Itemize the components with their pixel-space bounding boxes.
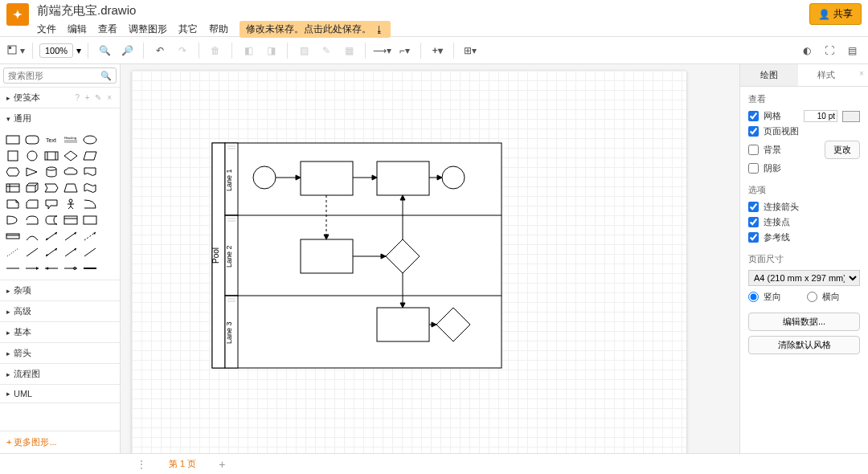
change-background-button[interactable]: 更改 [825,141,860,159]
shape-line3[interactable] [82,246,98,259]
to-front-button[interactable]: ◧ [239,41,258,60]
shape-arrow[interactable] [63,230,79,243]
filename[interactable]: 前端充电宝.drawio [37,3,809,18]
background-checkbox[interactable] [748,145,759,155]
shape-hexagon[interactable] [5,165,21,178]
diagram[interactable]: Pool Lane 1 Lane 2 Lane 3 [132,71,686,453]
fill-color-button[interactable]: ▨ [294,41,313,60]
shape-line2[interactable] [24,246,40,259]
zoom-out-button[interactable]: 🔎 [117,41,137,60]
search-input[interactable] [3,67,117,84]
landscape-radio[interactable] [807,292,817,302]
clear-style-button[interactable]: 清除默认风格 [748,336,860,354]
table-button[interactable]: ⊞▾ [461,41,480,60]
shape-note[interactable] [5,198,21,210]
shape-document[interactable] [82,165,98,178]
insert-button[interactable]: +▾ [428,41,447,60]
page-menu-button[interactable]: ⋮ [129,456,154,473]
canvas-page[interactable]: Pool Lane 1 Lane 2 Lane 3 [132,71,686,453]
arrows-header[interactable]: ▸箭头 [0,343,120,363]
close-panel-icon[interactable]: × [855,64,868,86]
shape-link5[interactable] [82,262,98,275]
shape-arrow2[interactable] [63,246,79,259]
shape-triangle[interactable] [24,165,40,178]
menu-view[interactable]: 查看 [98,22,117,36]
shape-link3[interactable] [43,262,59,275]
menu-extras[interactable]: 其它 [178,22,198,36]
edit-data-button[interactable]: 编辑数据... [748,313,860,331]
page-1-tab[interactable]: 第 1 页 [158,455,207,473]
format-panel-button[interactable]: ▤ [842,41,862,60]
shape-circle[interactable] [24,149,40,162]
guides-checkbox[interactable] [748,232,759,243]
style-tab[interactable]: 样式 [798,64,856,86]
shape-or[interactable] [5,214,21,227]
pagesize-select[interactable]: A4 (210 mm x 297 mm) [748,270,860,286]
shape-cloud[interactable] [63,165,79,178]
conn-points-checkbox[interactable] [748,217,759,227]
shape-parallelogram[interactable] [82,149,98,162]
shape-curve[interactable] [82,198,98,210]
shape-and[interactable] [24,214,40,227]
shape-ellipse[interactable] [82,133,98,146]
canvas[interactable]: Pool Lane 1 Lane 2 Lane 3 [121,64,739,453]
shape-actor[interactable] [63,198,79,210]
menu-file[interactable]: 文件 [37,22,56,36]
shape-link4[interactable] [63,262,79,275]
shape-hline[interactable] [5,230,21,243]
save-hint[interactable]: 修改未保存。点击此处保存。 ⭳ [240,21,391,38]
shape-link2[interactable] [24,262,40,275]
shape-rounded[interactable] [24,133,40,146]
fullscreen-button[interactable]: ⛶ [820,41,839,60]
shadow-button[interactable]: ▦ [339,41,358,60]
shape-text[interactable]: Text [43,133,59,146]
shape-dashed[interactable] [82,230,98,243]
basic-header[interactable]: ▸基本 [0,322,120,342]
grid-size-input[interactable] [804,110,837,122]
add-page-button[interactable]: + [211,455,233,474]
undo-button[interactable]: ↶ [150,41,170,60]
shape-diamond[interactable] [63,149,79,162]
more-shapes-link[interactable]: + 更多图形... [0,431,120,453]
advanced-header[interactable]: ▸高级 [0,301,120,321]
shape-dotted[interactable] [5,246,21,259]
view-mode-button[interactable]: ▾ [6,41,26,60]
shape-tape[interactable] [82,182,98,194]
menu-edit[interactable]: 编辑 [68,22,87,36]
shape-bidir2[interactable] [43,246,59,259]
shape-curve2[interactable] [24,230,40,243]
grid-color-swatch[interactable] [842,111,860,122]
delete-button[interactable]: 🗑 [206,41,225,60]
uml-header[interactable]: ▸UML [0,385,120,402]
shape-callout[interactable] [43,198,59,210]
shape-list[interactable] [63,214,79,227]
shape-internal[interactable] [5,182,21,194]
shape-link1[interactable] [5,262,21,275]
grid-checkbox[interactable] [748,111,759,121]
misc-header[interactable]: ▸杂项 [0,280,120,300]
shape-bidir[interactable] [43,230,59,243]
zoom-select[interactable]: 100% [39,43,73,58]
dark-mode-button[interactable]: ◐ [797,41,817,60]
pageview-checkbox[interactable] [748,126,759,137]
connection-button[interactable]: ⟶▾ [372,41,391,60]
zoom-in-button[interactable]: 🔍 [95,41,114,60]
portrait-radio[interactable] [748,292,759,302]
waypoint-button[interactable]: ⌐▾ [395,41,414,60]
general-header[interactable]: ▾通用 [0,108,120,129]
flowchart-header[interactable]: ▸流程图 [0,364,120,384]
shape-cube[interactable] [24,182,40,194]
to-back-button[interactable]: ◨ [261,41,280,60]
conn-arrows-checkbox[interactable] [748,202,759,212]
shape-step[interactable] [43,182,59,194]
shape-process[interactable] [43,149,59,162]
menu-arrange[interactable]: 调整图形 [129,22,167,36]
shape-rect[interactable] [5,133,21,146]
shape-square[interactable] [5,149,21,162]
shape-trapezoid[interactable] [63,182,79,194]
menu-help[interactable]: 帮助 [209,22,228,36]
scratchpad-header[interactable]: ▸便笺本? + ✎ × [0,88,120,108]
shape-data[interactable] [43,214,59,227]
redo-button[interactable]: ↷ [173,41,192,60]
line-color-button[interactable]: ✎ [317,41,336,60]
